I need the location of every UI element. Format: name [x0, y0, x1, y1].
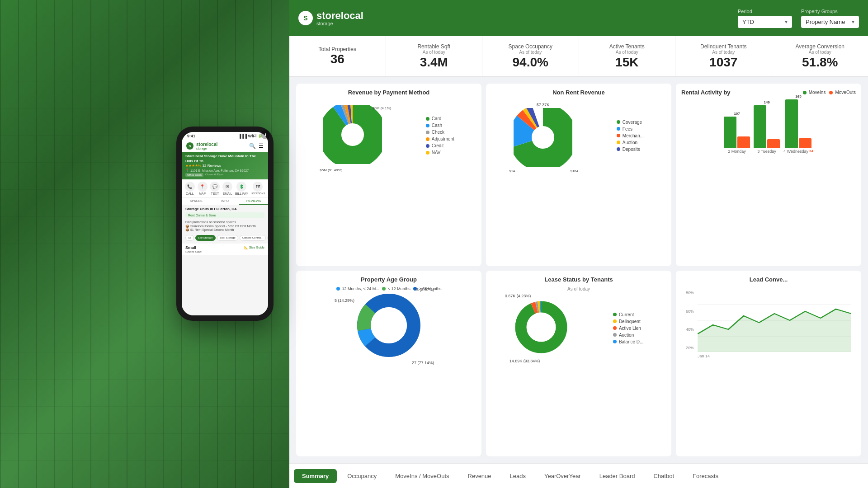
phone-status-bar: 9:41 ▐▐▐ WiFi 🔋 — [182, 132, 268, 140]
legend-check-label: Check — [432, 130, 444, 135]
ls-auction: Auction — [613, 333, 643, 338]
phone-mockup: 9:41 ▐▐▐ WiFi 🔋 S storelocal storage 🔍 ☰… — [176, 127, 274, 321]
ls-auction-label: Auction — [619, 333, 634, 338]
nrr-coverage-dot — [617, 120, 620, 124]
phone-filter-climate[interactable]: Climate Control... — [240, 235, 266, 241]
svg-marker-26 — [698, 309, 851, 352]
ls-active-lien-label: Active Lien — [619, 326, 641, 331]
kpi-rentable-sqft: Rentable Sqft As of today 3.4M — [386, 36, 483, 76]
lead-conversion-title: Lead Conve... — [681, 276, 856, 283]
kpi-conversion: Average Conversion As of today 51.8% — [772, 36, 868, 76]
nrr-fees: Fees — [617, 127, 644, 131]
property-age-donut: 3 (8.57%) 5 (14.29%) 27 (77.14%) — [357, 294, 420, 359]
ls-active-lien-dot — [613, 326, 617, 330]
nrr-legend: Coverage Fees Merchan... Auction — [617, 120, 644, 152]
legend-nav: NAV — [426, 150, 454, 155]
kpi-delinquent-tenants: Delinquent Tenants As of today 1037 — [675, 36, 772, 76]
tuesday-movein-val: 149 — [764, 100, 769, 104]
phone-email-btn[interactable]: ✉ EMAIL — [222, 182, 232, 195]
phone-property-name: Storelocal Storage Dove Mountain In The … — [185, 154, 264, 164]
phone-storage-section: Storage Units in Fullerton, CA Rent Onli… — [182, 205, 268, 234]
phone-text-btn[interactable]: 💬 TEXT — [210, 182, 220, 195]
ls-current-dot — [613, 313, 617, 316]
phone-search-icon[interactable]: 🔍 — [249, 143, 256, 149]
ls-balance-dot — [613, 340, 617, 343]
age-pct-1: 3 (8.57%) — [416, 287, 434, 292]
phone-locations-btn[interactable]: 🗺 LOCATIONS — [251, 182, 265, 195]
rental-activity-bars: 107 2 Monday 149 3 Tuesday 1 — [681, 99, 856, 154]
phone-size-guide[interactable]: 📐 Size Guide — [244, 246, 264, 249]
tuesday-label: 3 Tuesday — [757, 149, 776, 154]
age-lt-12-dot — [382, 287, 386, 291]
tab-moveins-moveouts[interactable]: MoveIns / MoveOuts — [387, 469, 457, 483]
phone-filter-boat[interactable]: Boat Storage — [217, 235, 238, 241]
tab-leads[interactable]: Leads — [502, 469, 534, 483]
property-group-select[interactable]: Property Name — [801, 16, 859, 28]
period-label: Period — [738, 9, 752, 14]
kpi-total-properties-label: Total Properties — [319, 46, 356, 52]
non-rent-revenue-chart: Non Rent Revenue $7.37K — [486, 84, 671, 266]
legend-cash-dot — [426, 124, 429, 127]
phone-app-subname: storage — [196, 147, 217, 150]
phone-bill-btn[interactable]: 💲 BILL PAY — [235, 182, 248, 195]
lease-status-legend: Current Delinquent Active Lien Auction — [613, 312, 643, 344]
kpi-space-occupancy-label: Space Occupancy — [509, 43, 552, 50]
tab-revenue[interactable]: Revenue — [460, 469, 500, 483]
legend-adjustment-label: Adjustment — [432, 136, 454, 141]
bar-wednesday: 165 4 Wednesday 34 — [783, 94, 813, 154]
phone-app-name: storelocal — [196, 142, 217, 147]
legend-check-dot — [426, 131, 429, 134]
lead-line-svg — [698, 289, 851, 352]
tab-summary[interactable]: Summary — [294, 469, 337, 483]
bar-tuesday: 149 3 Tuesday — [754, 100, 780, 154]
rental-activity-title: Rental Activity by — [681, 89, 731, 96]
kpi-total-properties: Total Properties 36 — [289, 36, 386, 76]
legend-check: Check — [426, 130, 454, 135]
ls-auction-dot — [613, 333, 617, 337]
phone-tab-info[interactable]: INFO — [211, 198, 240, 205]
header: S storelocal storage Period YTD MTD Last… — [289, 0, 868, 36]
property-age-legend: 12 Months, < 24 M... < 12 Months > 36 Mo… — [302, 286, 476, 291]
logo-area: S storelocal storage — [298, 10, 363, 26]
age-pct-3: 27 (77.14%) — [412, 361, 434, 365]
logo-text: storelocal — [316, 10, 363, 22]
kpi-row: Total Properties 36 Rentable Sqft As of … — [289, 36, 868, 77]
phone-hero: Storelocal Storage Dove Mountain In The … — [182, 152, 268, 179]
lease-status-body: 0.67K (4.23%) — [491, 294, 666, 362]
legend-credit-label: Credit — [432, 143, 444, 148]
nrr-deposits: Deposits — [617, 147, 644, 152]
svg-point-20 — [527, 313, 556, 342]
lease-status-chart: Lease Status by Tenants As of today 0.67… — [486, 271, 671, 456]
phone-filter-all[interactable]: All — [185, 235, 194, 241]
tuesday-movein-bar — [754, 105, 766, 148]
phone-menu-icon[interactable]: ☰ — [259, 143, 264, 149]
nrr-merchan-dot — [617, 134, 620, 137]
tab-yearoveryear[interactable]: YearOverYear — [536, 469, 589, 483]
moveouts-dot — [829, 91, 833, 94]
phone-signal: ▐▐▐ WiFi 🔋 — [238, 134, 263, 138]
revenue-payment-title: Revenue by Payment Method — [302, 89, 476, 96]
phone-map-btn[interactable]: 📍 MAP — [198, 182, 208, 195]
period-select[interactable]: YTD MTD Last 30 Days — [738, 16, 792, 28]
phone-logo-icon: S — [186, 142, 193, 150]
phone-filter-self[interactable]: Self Storage — [195, 235, 216, 241]
revenue-payment-legend: Card Cash Check Adjustment — [426, 116, 454, 155]
phone-call-btn[interactable]: 📞 CALL — [185, 182, 195, 195]
tab-leaderboard[interactable]: Leader Board — [591, 469, 643, 483]
ls-current: Current — [613, 312, 643, 317]
lease-status-subtitle: As of today — [491, 286, 666, 291]
tab-chatbot[interactable]: Chatbot — [645, 469, 682, 483]
wednesday-moveout-bar — [799, 138, 811, 148]
lead-conversion-body: 80% 60% 40% 20% — [681, 286, 856, 359]
nrr-auction-label: Auction — [623, 140, 637, 145]
kpi-space-occupancy-value: 94.0% — [513, 56, 548, 70]
phone-tab-reviews[interactable]: REVIEWS — [239, 198, 268, 205]
tab-forecasts[interactable]: Forecasts — [684, 469, 726, 483]
tab-occupancy[interactable]: Occupancy — [339, 469, 385, 483]
phone-tab-spaces[interactable]: SPACES — [182, 198, 211, 205]
legend-nav-dot — [426, 151, 429, 155]
phone-closes: Closes 6:30pm — [205, 173, 223, 177]
lead-y-axis: 80% 60% 40% 20% — [686, 289, 694, 357]
phone-filter-drive[interactable]: Drive — [267, 235, 268, 241]
phone-storage-title: Storage Units in Fullerton, CA — [185, 207, 264, 211]
